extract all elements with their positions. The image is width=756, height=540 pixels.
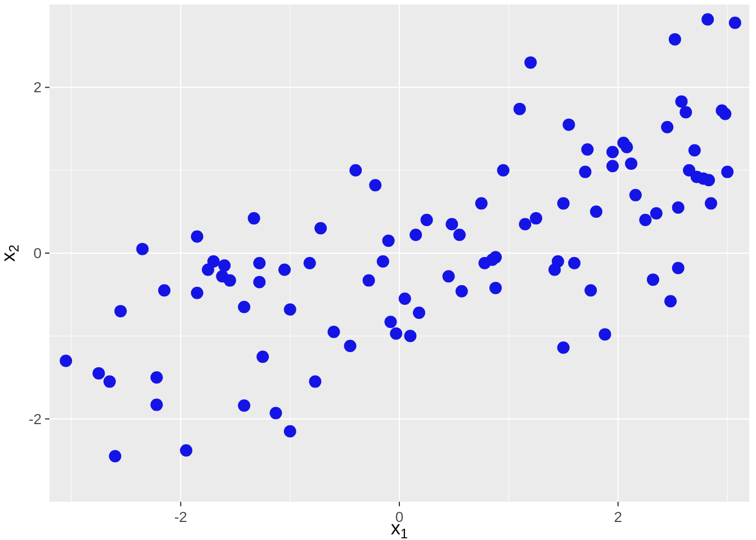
- data-point: [629, 189, 642, 201]
- data-point: [721, 166, 734, 178]
- data-point: [304, 257, 316, 269]
- data-point: [701, 14, 714, 26]
- data-point: [489, 251, 502, 263]
- y-tick-label: -2: [29, 411, 42, 428]
- data-point: [92, 367, 105, 380]
- data-point: [224, 274, 236, 287]
- data-point: [650, 207, 663, 219]
- data-point: [598, 328, 611, 340]
- data-point: [661, 121, 673, 133]
- data-point: [191, 231, 203, 243]
- chart-svg: -202-202x1x2: [0, 0, 756, 540]
- data-point: [238, 399, 250, 412]
- data-point: [344, 340, 357, 352]
- data-point: [377, 255, 389, 268]
- data-point: [284, 303, 296, 316]
- data-point: [688, 144, 701, 156]
- data-point: [327, 326, 340, 338]
- data-point: [404, 330, 416, 342]
- data-point: [150, 371, 163, 384]
- y-tick-label: 2: [34, 79, 42, 96]
- data-point: [180, 444, 192, 457]
- data-point: [60, 355, 72, 367]
- data-point: [253, 276, 266, 289]
- data-point: [729, 16, 741, 29]
- data-point: [309, 375, 321, 388]
- data-point: [284, 425, 296, 438]
- data-point: [530, 212, 542, 224]
- data-point: [552, 255, 564, 268]
- data-point: [390, 327, 402, 340]
- data-point: [620, 141, 633, 153]
- data-point: [446, 218, 458, 230]
- data-point: [557, 197, 570, 210]
- data-point: [672, 262, 685, 274]
- scatter-chart: -202-202x1x2: [0, 0, 756, 540]
- data-point: [421, 214, 433, 226]
- data-point: [109, 450, 122, 462]
- data-point: [314, 222, 327, 235]
- data-point: [579, 166, 591, 178]
- x-tick-label: -2: [174, 508, 187, 525]
- data-point: [703, 174, 715, 186]
- data-point: [625, 158, 637, 170]
- data-point: [218, 259, 231, 272]
- data-point: [456, 285, 468, 298]
- data-point: [191, 287, 203, 299]
- x-tick-label: 2: [614, 508, 622, 525]
- data-point: [256, 350, 269, 363]
- data-point: [399, 292, 411, 305]
- data-point: [208, 255, 220, 268]
- data-point: [581, 143, 593, 156]
- data-point: [489, 282, 502, 294]
- data-point: [639, 214, 651, 226]
- data-point: [584, 284, 597, 296]
- data-point: [278, 263, 291, 276]
- data-point: [475, 197, 488, 210]
- data-point: [363, 274, 375, 287]
- data-point: [519, 218, 532, 230]
- data-point: [384, 316, 397, 328]
- data-point: [719, 107, 731, 120]
- data-point: [248, 212, 260, 224]
- data-point: [150, 399, 163, 411]
- data-point: [680, 106, 692, 119]
- data-point: [413, 307, 425, 319]
- data-point: [382, 235, 395, 247]
- data-point: [524, 56, 537, 69]
- data-point: [647, 273, 659, 286]
- data-point: [675, 95, 687, 107]
- data-point: [114, 305, 127, 317]
- data-point: [557, 341, 570, 354]
- data-point: [664, 295, 677, 307]
- data-point: [349, 164, 362, 177]
- y-tick-label: 0: [34, 245, 42, 262]
- data-point: [136, 243, 148, 255]
- data-point: [269, 407, 282, 419]
- data-point: [568, 257, 580, 269]
- data-point: [369, 179, 381, 191]
- data-point: [158, 284, 170, 296]
- data-point: [669, 33, 681, 46]
- y-axis-title: x2: [0, 245, 21, 262]
- data-point: [410, 229, 422, 241]
- data-point: [253, 257, 266, 269]
- data-point: [442, 270, 454, 282]
- data-point: [514, 103, 526, 115]
- data-point: [672, 201, 685, 214]
- data-point: [104, 375, 116, 388]
- data-point: [606, 146, 619, 158]
- data-point: [705, 197, 717, 210]
- data-point: [590, 205, 602, 218]
- data-point: [238, 301, 250, 313]
- data-point: [453, 229, 466, 241]
- data-point: [606, 160, 619, 172]
- data-point: [562, 119, 575, 131]
- x-axis-title: x1: [391, 517, 408, 540]
- data-point: [497, 164, 510, 177]
